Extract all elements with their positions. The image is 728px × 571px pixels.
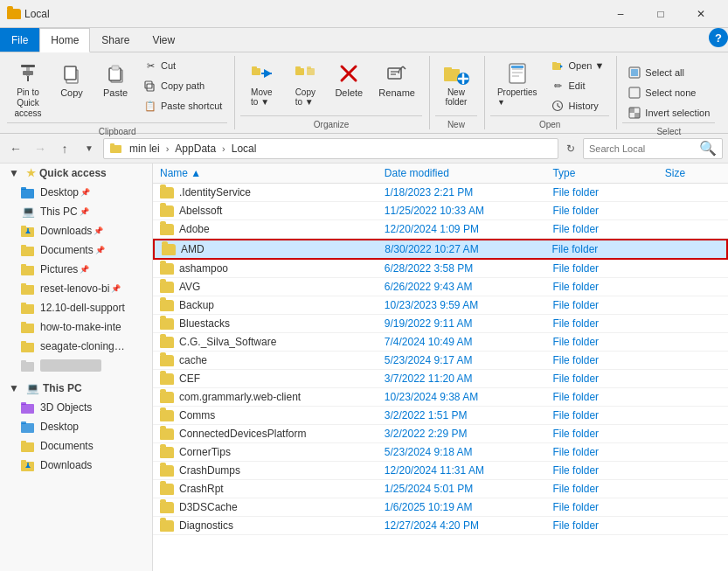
sidebar-item-how-to-make[interactable]: how-to-make-inte [0,317,152,337]
folder-icon [160,410,174,421]
col-type[interactable]: Type [552,167,664,179]
table-row[interactable]: AVG 6/26/2022 9:43 AM File folder [153,278,728,296]
table-row[interactable]: Diagnostics 12/27/2024 4:20 PM File fold… [153,517,728,535]
table-row[interactable]: CEF 3/7/2022 11:20 AM File folder [153,370,728,388]
open-button[interactable]: Open ▼ [545,56,609,75]
copy-to-button[interactable]: Copyto ▼ [284,56,326,110]
tab-home[interactable]: Home [39,28,90,52]
pin-to-quick-access-button[interactable]: Pin to Quickaccess [7,56,49,122]
move-to-button[interactable]: Moveto ▼ [240,56,282,110]
table-row[interactable]: CrashDumps 12/20/2024 11:31 AM File fold… [153,462,728,480]
search-bar[interactable]: 🔍 [583,138,723,159]
table-row[interactable]: cache 5/23/2024 9:17 AM File folder [153,352,728,370]
sidebar-item-reset-lenovo[interactable]: reset-lenovo-bi 📌 [0,279,152,298]
col-size[interactable]: Size [665,167,721,179]
svg-rect-60 [21,266,34,275]
properties-button[interactable]: Properties▼ [490,56,544,110]
col-name-sort: ▲ [191,167,201,179]
help-button[interactable]: ? [709,28,728,47]
refresh-button[interactable]: ↻ [562,140,579,157]
invert-selection-button[interactable]: Invert selection [622,103,715,122]
paste-shortcut-button[interactable]: 📋 Paste shortcut [138,96,227,115]
file-name-cell: Bluestacks [160,317,385,330]
address-part-local[interactable]: Local [229,142,260,156]
copy-path-button[interactable]: Copy path [138,76,227,95]
forward-button[interactable]: → [30,138,51,159]
col-date[interactable]: Date modified [385,167,553,179]
table-row[interactable]: Backup 10/23/2023 9:59 AM File folder [153,296,728,315]
up-button[interactable]: ↑ [54,138,75,159]
svg-rect-45 [631,69,638,76]
tab-file[interactable]: File [0,28,39,52]
sidebar-item-blur[interactable]: ​ [0,356,152,375]
search-input[interactable] [589,143,696,154]
properties-icon [503,59,531,87]
sidebar-item-downloads-pc[interactable]: Downloads [0,456,152,475]
sidebar-this-pc-header[interactable]: ▼ 💻 This PC [0,379,152,398]
table-row[interactable]: Abelssoft 11/25/2022 10:33 AM File folde… [153,202,728,220]
sidebar-item-seagate[interactable]: seagate-cloning-sc [0,337,152,356]
search-icon: 🔍 [699,140,717,157]
history-button[interactable]: History [545,96,609,115]
rename-icon [383,59,411,87]
table-row[interactable]: Adobe 12/20/2024 1:09 PM File folder [153,220,728,239]
tab-share[interactable]: Share [90,28,141,52]
sidebar-item-this-pc[interactable]: 💻 This PC 📌 [0,202,152,221]
col-name[interactable]: Name ▲ [160,167,385,179]
table-row[interactable]: Comms 3/2/2022 1:51 PM File folder [153,407,728,425]
select-all-button[interactable]: Select all [622,63,715,82]
select-none-button[interactable]: Select none [622,83,715,102]
table-row[interactable]: Bluestacks 9/19/2022 9:11 AM File folder [153,315,728,333]
recent-button[interactable]: ▼ [79,138,100,159]
table-row[interactable]: ConnectedDevicesPlatform 3/2/2022 2:29 P… [153,425,728,443]
file-name-cell: Comms [160,409,385,421]
col-date-label: Date modified [385,167,449,179]
edit-button[interactable]: ✏ Edit [545,76,609,95]
copy-button[interactable]: Copy [51,56,93,101]
close-button[interactable]: ✕ [681,0,721,28]
rename-button[interactable]: Rename [371,56,422,101]
new-folder-button[interactable]: Newfolder [435,56,477,110]
sidebar-item-dell-support[interactable]: 12.10-dell-support [0,298,152,317]
tab-view[interactable]: View [141,28,186,52]
back-button[interactable]: ← [5,138,26,159]
svg-rect-10 [147,84,154,91]
seagate-icon [21,339,35,353]
address-part-minlei[interactable]: min lei [127,142,163,156]
sidebar-item-downloads[interactable]: Downloads 📌 [0,221,152,240]
file-name: AMD [181,243,205,255]
file-date: 5/23/2024 9:17 AM [385,354,553,366]
sidebar-quick-access-header[interactable]: ▼ ★ Quick access [0,164,152,183]
table-row[interactable]: AMD 8/30/2022 10:27 AM File folder [153,239,728,260]
table-row[interactable]: ashampoo 6/28/2022 3:58 PM File folder [153,260,728,278]
table-row[interactable]: .IdentityService 1/18/2023 2:21 PM File … [153,184,728,202]
file-name-cell: AMD [162,243,385,255]
file-name: Adobe [179,223,210,235]
invert-icon [627,106,641,120]
sidebar-item-desktop[interactable]: Desktop 📌 [0,183,152,202]
folder-icon [160,205,174,217]
sidebar-item-documents-pc[interactable]: Documents [0,436,152,456]
sidebar-item-3d-objects[interactable]: 3D Objects [0,398,152,417]
table-row[interactable]: com.grammarly.web-client 10/23/2024 9:38… [153,388,728,407]
paste-button[interactable]: Paste [94,56,136,101]
sidebar-item-documents[interactable]: Documents 📌 [0,240,152,260]
seagate-label: seagate-cloning-sc [40,340,128,352]
file-name: CrashDumps [179,464,240,477]
table-row[interactable]: C.G._Silva_Software 7/4/2024 10:49 AM Fi… [153,333,728,352]
file-name: cache [179,354,207,366]
delete-button[interactable]: Delete [328,56,370,101]
downloads-label: Downloads [40,225,92,237]
maximize-button[interactable]: □ [641,0,681,28]
minimize-button[interactable]: – [600,0,641,28]
sidebar-item-pictures[interactable]: Pictures 📌 [0,260,152,279]
address-bar[interactable]: min lei › AppData › Local [103,138,558,159]
table-row[interactable]: CrashRpt 1/25/2024 5:01 PM File folder [153,480,728,498]
table-row[interactable]: D3DSCache 1/6/2025 10:19 AM File folder [153,498,728,517]
sidebar-item-desktop-pc[interactable]: Desktop [0,417,152,436]
svg-line-43 [558,106,560,108]
this-pc-section-label: This PC [43,382,82,394]
table-row[interactable]: CornerTips 5/23/2024 9:18 AM File folder [153,443,728,462]
address-part-appdata[interactable]: AppData [172,142,218,156]
cut-button[interactable]: ✂ Cut [138,56,227,75]
